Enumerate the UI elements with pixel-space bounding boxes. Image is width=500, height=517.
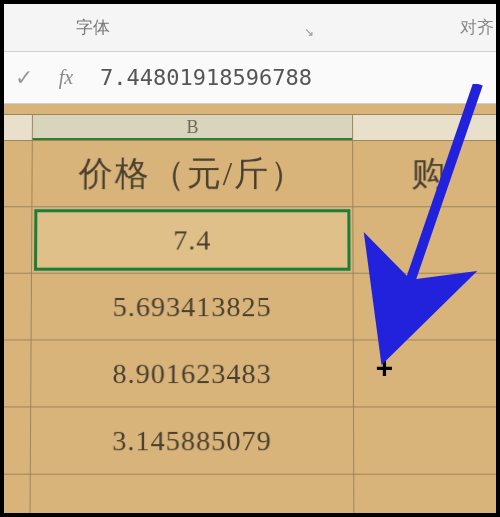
cell-a4[interactable] [0, 340, 31, 407]
cell-b2-selected[interactable]: 7.4 [31, 207, 353, 273]
table-row: 价格（元/斤） 购 [0, 141, 500, 207]
cell-a6[interactable] [0, 474, 30, 517]
ribbon-group-font-label: 字体 [76, 16, 110, 39]
formula-bar: ✓ fx [4, 52, 496, 104]
cell-c6[interactable] [354, 474, 500, 517]
spreadsheet-grid[interactable]: B 价格（元/斤） 购 7.4 5.693413825 8.901623483 [0, 104, 500, 517]
ribbon: 字体 ↘ 对齐 [4, 4, 496, 52]
cell-a1[interactable] [0, 141, 32, 207]
cell-a3[interactable] [0, 273, 31, 340]
table-row: 8.901623483 [0, 340, 500, 407]
cell-a2[interactable] [0, 207, 32, 273]
cell-b1-header[interactable]: 价格（元/斤） [32, 141, 353, 207]
cell-a5[interactable] [0, 407, 31, 474]
table-row [0, 474, 500, 517]
column-header-row: B [0, 114, 500, 140]
selected-cell-value: 7.4 [173, 224, 211, 255]
cell-c5[interactable] [353, 407, 500, 474]
fill-handle-cursor-icon[interactable]: + [376, 354, 393, 382]
table-row: 7.4 [0, 207, 500, 273]
table-row: 3.145885079 [0, 407, 500, 474]
cell-b4[interactable]: 8.901623483 [31, 340, 354, 407]
table-row: 5.693413825 [0, 273, 500, 340]
column-header-a[interactable] [0, 114, 32, 140]
cell-c2[interactable] [353, 207, 500, 273]
column-header-c[interactable] [353, 114, 500, 140]
column-header-b[interactable]: B [32, 114, 352, 140]
cell-b5[interactable]: 3.145885079 [30, 407, 353, 474]
accept-edit-button[interactable]: ✓ [10, 65, 38, 91]
ribbon-group-align-label: 对齐 [460, 16, 494, 39]
formula-input[interactable] [94, 65, 492, 90]
purchase-header-label: 购 [411, 155, 447, 192]
price-header-label: 价格（元/斤） [78, 155, 306, 192]
insert-function-button[interactable]: fx [52, 66, 80, 89]
cell-b6[interactable] [30, 474, 354, 517]
cell-c1-header[interactable]: 购 [353, 141, 500, 207]
cell-b3[interactable]: 5.693413825 [31, 273, 353, 340]
cell-c3[interactable] [353, 273, 500, 340]
dialog-launcher-icon[interactable]: ↘ [304, 25, 318, 39]
